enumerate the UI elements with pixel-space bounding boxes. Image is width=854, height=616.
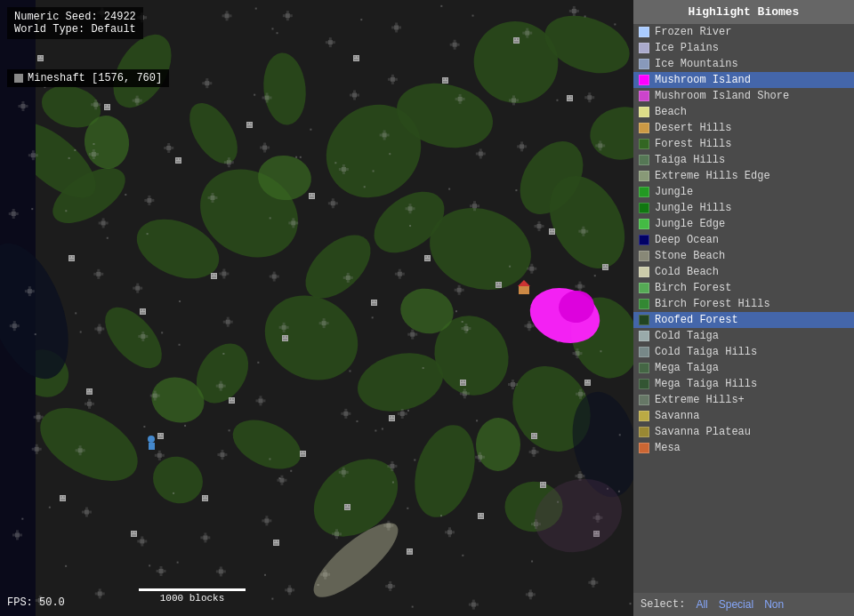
- mineshaft-overlay: Mineshaft [1576, 760]: [7, 69, 169, 87]
- biome-item-jungle-hills[interactable]: Jungle Hills: [633, 200, 854, 216]
- biome-item-roofed-forest[interactable]: Roofed Forest: [633, 312, 854, 328]
- biome-color-swatch: [639, 395, 649, 405]
- biome-item-stone-beach[interactable]: Stone Beach: [633, 248, 854, 264]
- biome-label: Extreme Hills+: [655, 394, 745, 406]
- biome-item-mesa[interactable]: Mesa: [633, 440, 854, 456]
- biome-color-swatch: [639, 363, 649, 373]
- biome-item-jungle-edge[interactable]: Jungle Edge: [633, 216, 854, 232]
- biome-color-swatch: [639, 187, 649, 197]
- select-special-button[interactable]: Special: [715, 597, 757, 612]
- biome-label: Roofed Forest: [655, 314, 738, 326]
- biome-label: Beach: [655, 106, 687, 118]
- biome-item-forest-hills[interactable]: Forest Hills: [633, 136, 854, 152]
- biome-item-savanna-plateau[interactable]: Savanna Plateau: [633, 424, 854, 440]
- biome-list[interactable]: Frozen RiverIce PlainsIce MountainsMushr…: [633, 24, 854, 593]
- biome-color-swatch: [639, 443, 649, 453]
- biome-color-swatch: [639, 43, 649, 53]
- panel-title: Highlight Biomes: [633, 0, 854, 24]
- biome-color-swatch: [639, 219, 649, 229]
- biome-item-beach[interactable]: Beach: [633, 104, 854, 120]
- map-area[interactable]: Numeric Seed: 24922 World Type: Default …: [0, 0, 633, 616]
- biome-label: Jungle Hills: [655, 202, 731, 214]
- biome-item-mushroom-island[interactable]: Mushroom Island: [633, 72, 854, 88]
- biome-item-taiga-hills[interactable]: Taiga Hills: [633, 152, 854, 168]
- biome-label: Cold Taiga Hills: [655, 346, 757, 358]
- biome-label: Cold Taiga: [655, 330, 719, 342]
- biome-label: Deep Ocean: [655, 234, 719, 246]
- biome-label: Mesa: [655, 442, 681, 454]
- seed-label: Numeric Seed: 24922: [14, 11, 136, 23]
- biome-item-cold-beach[interactable]: Cold Beach: [633, 264, 854, 280]
- biome-label: Mega Taiga Hills: [655, 378, 757, 390]
- biome-label: Birch Forest Hills: [655, 298, 770, 310]
- biome-color-swatch: [639, 235, 649, 245]
- select-all-button[interactable]: All: [692, 597, 711, 612]
- biome-color-swatch: [639, 123, 649, 133]
- biome-item-birch-forest-hills[interactable]: Birch Forest Hills: [633, 296, 854, 312]
- biome-color-swatch: [639, 75, 649, 85]
- mineshaft-icon: [14, 74, 23, 83]
- biome-color-swatch: [639, 411, 649, 421]
- biome-color-swatch: [639, 91, 649, 101]
- biome-item-jungle[interactable]: Jungle: [633, 184, 854, 200]
- biome-color-swatch: [639, 315, 649, 325]
- biome-label: Mushroom Island: [655, 74, 751, 86]
- biome-label: Taiga Hills: [655, 154, 725, 166]
- select-row: Select: All Special Non: [633, 593, 854, 616]
- biome-label: Ice Mountains: [655, 58, 738, 70]
- mineshaft-label: Mineshaft [1576, 760]: [28, 72, 162, 84]
- fps-label: FPS: 50.0: [7, 596, 65, 609]
- biome-item-birch-forest[interactable]: Birch Forest: [633, 280, 854, 296]
- biome-item-desert-hills[interactable]: Desert Hills: [633, 120, 854, 136]
- biome-color-swatch: [639, 155, 649, 165]
- biome-color-swatch: [639, 331, 649, 341]
- biome-color-swatch: [639, 171, 649, 181]
- biome-item-deep-ocean[interactable]: Deep Ocean: [633, 232, 854, 248]
- biome-color-swatch: [639, 139, 649, 149]
- biome-label: Forest Hills: [655, 138, 731, 150]
- biome-item-extreme-hills-plus[interactable]: Extreme Hills+: [633, 392, 854, 408]
- fps-overlay: FPS: 50.0: [7, 596, 65, 609]
- biome-label: Frozen River: [655, 26, 731, 38]
- info-overlay: Numeric Seed: 24922 World Type: Default: [7, 7, 143, 39]
- biome-item-cold-taiga-hills[interactable]: Cold Taiga Hills: [633, 344, 854, 360]
- biome-item-extreme-hills-edge[interactable]: Extreme Hills Edge: [633, 168, 854, 184]
- biome-item-mega-taiga-hills[interactable]: Mega Taiga Hills: [633, 376, 854, 392]
- scale-bar-label: 1000 blocks: [160, 593, 225, 604]
- biome-color-swatch: [639, 299, 649, 309]
- biome-label: Desert Hills: [655, 122, 731, 134]
- biome-item-frozen-river[interactable]: Frozen River: [633, 24, 854, 40]
- right-panel: Highlight Biomes Frozen RiverIce PlainsI…: [633, 0, 854, 616]
- biome-color-swatch: [639, 59, 649, 69]
- biome-label: Birch Forest: [655, 282, 731, 294]
- biome-label: Mega Taiga: [655, 362, 719, 374]
- scale-bar: 1000 blocks: [139, 588, 246, 604]
- biome-color-swatch: [639, 251, 649, 261]
- scale-bar-line: [139, 588, 246, 591]
- biome-label: Savanna Plateau: [655, 426, 751, 438]
- biome-color-swatch: [639, 267, 649, 277]
- world-type-label: World Type: Default: [14, 23, 136, 36]
- biome-color-swatch: [639, 283, 649, 293]
- biome-label: Mushroom Island Shore: [655, 90, 789, 102]
- biome-item-ice-plains[interactable]: Ice Plains: [633, 40, 854, 56]
- biome-color-swatch: [639, 347, 649, 357]
- biome-item-savanna[interactable]: Savanna: [633, 408, 854, 424]
- biome-color-swatch: [639, 379, 649, 389]
- biome-item-ice-mountains[interactable]: Ice Mountains: [633, 56, 854, 72]
- biome-label: Savanna: [655, 410, 699, 422]
- biome-label: Ice Plains: [655, 42, 719, 54]
- biome-item-mega-taiga[interactable]: Mega Taiga: [633, 360, 854, 376]
- biome-item-mushroom-island-shore[interactable]: Mushroom Island Shore: [633, 88, 854, 104]
- biome-label: Extreme Hills Edge: [655, 170, 770, 182]
- biome-item-cold-taiga[interactable]: Cold Taiga: [633, 328, 854, 344]
- select-label: Select:: [640, 598, 685, 611]
- select-non-button[interactable]: Non: [761, 597, 787, 612]
- biome-color-swatch: [639, 427, 649, 437]
- biome-color-swatch: [639, 107, 649, 117]
- biome-color-swatch: [639, 27, 649, 37]
- biome-label: Stone Beach: [655, 250, 725, 262]
- biome-color-swatch: [639, 203, 649, 213]
- biome-label: Jungle Edge: [655, 218, 725, 230]
- biome-label: Jungle: [655, 186, 693, 198]
